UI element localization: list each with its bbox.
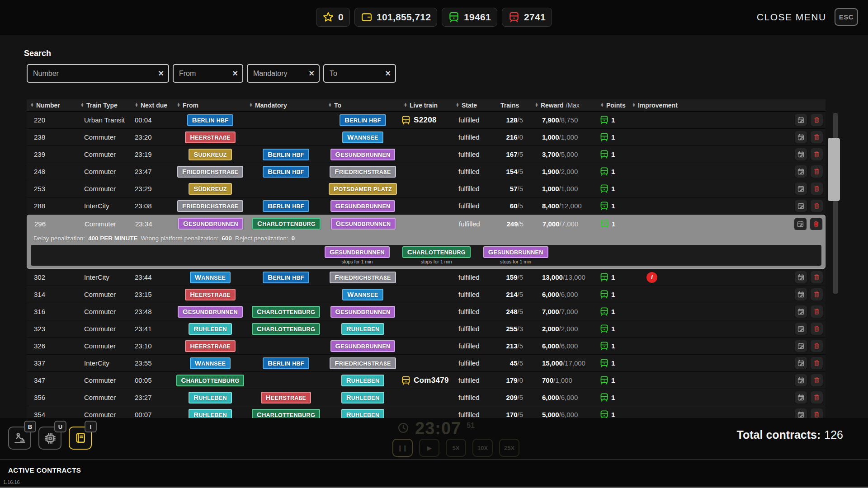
delete-contract-button[interactable] bbox=[811, 114, 823, 126]
column-header-number[interactable]: ▲▼Number bbox=[27, 102, 77, 109]
sort-icon[interactable]: ▲▼ bbox=[328, 103, 332, 108]
play-button[interactable]: ▶ bbox=[419, 439, 439, 457]
delete-contract-button[interactable] bbox=[811, 148, 823, 160]
sort-icon[interactable]: ▲▼ bbox=[249, 103, 253, 108]
clear-filter-icon[interactable]: ✕ bbox=[385, 70, 391, 77]
speed-10x-button[interactable]: 10X bbox=[472, 439, 493, 457]
speed-5x-button[interactable]: 5X bbox=[446, 439, 466, 457]
edit-schedule-button[interactable] bbox=[795, 323, 807, 335]
sort-icon[interactable]: ▲▼ bbox=[404, 103, 407, 108]
column-header-improvement[interactable]: ▲▼Improvement bbox=[628, 102, 705, 109]
sort-icon[interactable]: ▲▼ bbox=[177, 103, 180, 108]
delete-contract-button[interactable] bbox=[811, 131, 823, 143]
edit-schedule-button[interactable] bbox=[795, 288, 807, 300]
contract-row-238[interactable]: 238Commuter23:20HEERSTRAßEWANNSEEfulfill… bbox=[27, 129, 826, 146]
build-button[interactable]: B bbox=[8, 427, 31, 450]
reward-value: 7,900/8,750 bbox=[531, 116, 597, 124]
contract-row-220[interactable]: 220Urban Transit00:04BERLIN HBFBERLIN HB… bbox=[27, 112, 826, 129]
delete-contract-button[interactable] bbox=[811, 271, 823, 283]
stat-value: 19461 bbox=[464, 12, 491, 23]
reward-value: 7,000/7,000 bbox=[531, 308, 597, 315]
edit-schedule-button[interactable] bbox=[795, 114, 807, 126]
mandatory-filter-input[interactable] bbox=[248, 70, 319, 78]
delete-contract-button[interactable] bbox=[811, 183, 823, 195]
speed-25x-button[interactable]: 25X bbox=[499, 439, 519, 457]
delete-contract-button[interactable] bbox=[811, 323, 823, 335]
contracts-button[interactable]: I bbox=[69, 427, 92, 450]
column-header-train-type[interactable]: ▲▼Train Type bbox=[77, 102, 131, 109]
to-station: GESUNDBRUNNEN bbox=[326, 200, 400, 212]
upgrades-button[interactable]: U bbox=[38, 427, 61, 450]
edit-schedule-button[interactable] bbox=[795, 165, 807, 178]
edit-schedule-button[interactable] bbox=[795, 305, 807, 318]
delete-contract-button[interactable] bbox=[811, 200, 823, 212]
clear-filter-icon[interactable]: ✕ bbox=[309, 70, 315, 77]
delete-contract-button[interactable] bbox=[811, 305, 823, 318]
contract-row-296[interactable]: 296Commuter23:34GESUNDBRUNNENCHARLOTTENB… bbox=[27, 215, 825, 232]
number-filter-input[interactable] bbox=[28, 70, 168, 78]
sort-icon[interactable]: ▲▼ bbox=[30, 103, 34, 108]
sort-icon[interactable]: ▲▼ bbox=[456, 103, 459, 108]
contract-row-354[interactable]: 354Commuter00:07RUHLEBENCHARLOTTENBURGRU… bbox=[27, 406, 826, 418]
contract-row-288[interactable]: 288InterCity23:08FRIEDRICHSTRAßEBERLIN H… bbox=[27, 197, 826, 215]
pause-button[interactable]: ❙❙ bbox=[392, 439, 413, 457]
close-menu-button[interactable]: CLOSE MENU bbox=[757, 12, 826, 23]
sort-icon[interactable]: ▲▼ bbox=[135, 103, 138, 108]
contract-row-316[interactable]: 316Commuter23:48GESUNDBRUNNENCHARLOTTENB… bbox=[27, 303, 826, 320]
edit-schedule-button[interactable] bbox=[795, 271, 807, 283]
column-header-points[interactable]: ▲▼Points bbox=[597, 102, 628, 109]
column-header-to[interactable]: ▲▼To bbox=[326, 102, 400, 109]
contract-row-347[interactable]: 347Commuter00:05CHARLOTTENBURGRUHLEBENCo… bbox=[27, 372, 826, 389]
contract-row-314[interactable]: 314Commuter23:15HEERSTRAßEWANNSEEfulfill… bbox=[27, 286, 826, 303]
contract-row-248[interactable]: 248Commuter23:47FRIEDRICHSTRAßEBERLIN HB… bbox=[27, 163, 826, 180]
edit-schedule-button[interactable] bbox=[795, 391, 807, 404]
column-header-trains[interactable]: Trains bbox=[495, 102, 531, 109]
sort-icon[interactable]: ▲▼ bbox=[600, 103, 604, 108]
contract-row-239[interactable]: 239Commuter23:19SÜDKREUZBERLIN HBFGESUND… bbox=[27, 146, 826, 163]
edit-schedule-button[interactable] bbox=[794, 218, 807, 230]
improvement-info-icon[interactable]: i bbox=[646, 272, 657, 283]
contract-row-expanded[interactable]: 296Commuter23:34GESUNDBRUNNENCHARLOTTENB… bbox=[27, 215, 826, 269]
contract-row-323[interactable]: 323Commuter23:41RUHLEBENCHARLOTTENBURGRU… bbox=[27, 320, 826, 338]
delete-contract-button[interactable] bbox=[811, 408, 823, 418]
esc-key-hint[interactable]: ESC bbox=[835, 8, 858, 26]
column-header-mandatory[interactable]: ▲▼Mandatory bbox=[246, 102, 326, 109]
edit-schedule-button[interactable] bbox=[795, 131, 807, 143]
column-header-next-due[interactable]: ▲▼Next due bbox=[131, 102, 174, 109]
contract-number: 347 bbox=[27, 376, 77, 384]
clear-filter-icon[interactable]: ✕ bbox=[158, 70, 164, 77]
contract-row-337[interactable]: 337InterCity23:55WANNSEEBERLIN HBFFRIEDR… bbox=[27, 355, 826, 372]
clear-filter-icon[interactable]: ✕ bbox=[232, 70, 238, 77]
delete-contract-button[interactable] bbox=[811, 374, 823, 386]
points-number: 1 bbox=[611, 342, 615, 350]
edit-schedule-button[interactable] bbox=[795, 148, 807, 160]
delete-contract-button[interactable] bbox=[811, 165, 823, 178]
edit-schedule-button[interactable] bbox=[795, 357, 807, 369]
to-filter-input[interactable] bbox=[324, 70, 395, 78]
column-header-state[interactable]: ▲▼State bbox=[452, 102, 495, 109]
column-header-from[interactable]: ▲▼From bbox=[174, 102, 246, 109]
contract-row-302[interactable]: 302InterCity23:44WANNSEEBERLIN HBFFRIEDR… bbox=[27, 269, 826, 286]
edit-schedule-button[interactable] bbox=[795, 374, 807, 386]
delete-contract-button[interactable] bbox=[811, 288, 823, 300]
column-header-reward[interactable]: ▲▼Reward/Max bbox=[531, 102, 597, 109]
active-contracts-title: ACTIVE CONTRACTS bbox=[8, 466, 81, 474]
delete-contract-button[interactable] bbox=[811, 357, 823, 369]
sort-icon[interactable]: ▲▼ bbox=[632, 103, 636, 108]
delete-contract-button[interactable] bbox=[810, 218, 822, 230]
contract-row-253[interactable]: 253Commuter23:29SÜDKREUZPOTSDAMER PLATZf… bbox=[27, 180, 826, 197]
edit-schedule-button[interactable] bbox=[795, 200, 807, 212]
edit-schedule-button[interactable] bbox=[795, 183, 807, 195]
delete-contract-button[interactable] bbox=[811, 391, 823, 404]
edit-schedule-button[interactable] bbox=[795, 340, 807, 352]
train-type: InterCity bbox=[77, 273, 131, 281]
edit-schedule-button[interactable] bbox=[795, 408, 807, 418]
contract-row-326[interactable]: 326Commuter23:10HEERSTRAßEGESUNDBRUNNENf… bbox=[27, 338, 826, 355]
sort-icon[interactable]: ▲▼ bbox=[535, 103, 538, 108]
sort-icon[interactable]: ▲▼ bbox=[80, 103, 84, 108]
scrollbar-thumb[interactable] bbox=[828, 138, 840, 201]
contract-row-356[interactable]: 356Commuter23:27RUHLEBENHEERSTRAßERUHLEB… bbox=[27, 389, 826, 406]
station-badge-charlottenburg: CHARLOTTENBURG bbox=[252, 409, 320, 418]
delete-contract-button[interactable] bbox=[811, 340, 823, 352]
column-header-live-train[interactable]: ▲▼Live train bbox=[400, 102, 452, 109]
